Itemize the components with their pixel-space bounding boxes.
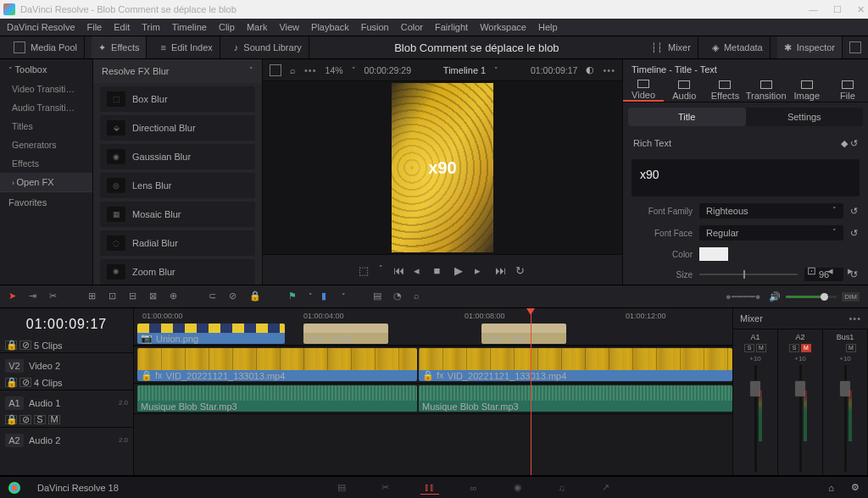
track-a1[interactable]: Musique Blob Star.mp3 Musique Blob Star.… <box>134 383 732 413</box>
track-a2[interactable] <box>134 413 732 444</box>
clip-text90[interactable]: Text - x90 <box>481 324 566 344</box>
inspector-tab-video[interactable]: Video <box>623 80 664 102</box>
page-media[interactable]: ▤ <box>332 481 351 495</box>
track-v2[interactable]: 🔒 fxVID_20221121_133013.mp4 🔒 fxVID_2022… <box>134 346 732 383</box>
window-close[interactable]: ✕ <box>857 4 865 15</box>
menu-playback[interactable]: Playback <box>311 22 349 32</box>
fx-radial-blur[interactable]: ◌Radial Blur <box>100 230 255 256</box>
zoom-level[interactable]: 14% <box>326 65 343 75</box>
timeline-viewer[interactable]: x90 <box>263 81 622 254</box>
viewer-options[interactable]: ••• <box>304 65 317 75</box>
fx-gaussian-blur[interactable]: ◉Gaussian Blur <box>100 144 255 169</box>
append-clip-icon[interactable]: ⊕ <box>170 290 181 302</box>
toolbox-titles[interactable]: Titles <box>0 117 92 136</box>
home-icon[interactable]: ⌂ <box>828 483 834 493</box>
track-solo-button[interactable]: S <box>34 415 46 424</box>
fx-box-blur[interactable]: ⬚Box Blur <box>100 86 255 112</box>
toolbox-openfx[interactable]: › Open FX <box>0 173 92 191</box>
menu-clip[interactable]: Clip <box>219 22 235 32</box>
page-deliver[interactable]: ↗ <box>597 481 615 495</box>
track-mute-button[interactable]: M <box>48 415 60 424</box>
clip-vid-1[interactable]: 🔒 fxVID_20221121_133013.mp4 <box>137 348 417 381</box>
size-slider[interactable] <box>699 274 798 275</box>
font-family-select[interactable]: Righteous˅ <box>699 203 843 219</box>
clip-vid-2[interactable]: 🔒 fxVID_20221121_133013.mp4 <box>419 348 732 381</box>
toolbox-video-trans[interactable]: Video Transiti… <box>0 80 92 98</box>
overwrite-clip-icon[interactable]: ⊡ <box>108 290 120 302</box>
selection-tool[interactable]: ➤ <box>8 290 20 302</box>
viewer-menu[interactable]: ••• <box>603 65 615 75</box>
solo-button[interactable]: S <box>744 344 754 352</box>
inspector-tab-effects[interactable]: Effects <box>704 80 745 102</box>
match-frame-button[interactable]: ⊡ <box>807 264 819 276</box>
font-face-select[interactable]: Regular˅ <box>699 225 843 241</box>
track-lock-icon[interactable]: 🔒 <box>5 340 17 350</box>
inspector-toggle[interactable]: ✱Inspector <box>777 36 843 58</box>
fader-a1[interactable] <box>747 365 764 472</box>
inspector-tab-image[interactable]: Image <box>787 80 827 102</box>
mute-button[interactable]: M <box>846 344 856 352</box>
clip-text900[interactable]: Text - x900 <box>303 324 388 344</box>
clip-music-1[interactable]: Musique Blob Star.mp3 <box>137 385 417 412</box>
track-tag-v2[interactable]: V2 <box>5 359 24 373</box>
volume-slider[interactable] <box>786 296 837 298</box>
track-header-v2[interactable]: V2 Video 2 <box>0 352 133 378</box>
fx-category-blur[interactable]: Resolve FX Blur˄ <box>93 59 262 83</box>
search-icon[interactable]: ⌕ <box>414 290 426 302</box>
track-lock-icon[interactable]: 🔒 <box>5 378 17 387</box>
menu-edit[interactable]: Edit <box>114 22 130 32</box>
marker-button[interactable]: ▮ <box>321 290 333 302</box>
insert-clip-icon[interactable]: ⊞ <box>88 290 100 302</box>
fx-lens-blur[interactable]: ◎Lens Blur <box>100 173 255 198</box>
metadata-toggle[interactable]: ◈Metadata <box>705 36 771 58</box>
menu-fusion[interactable]: Fusion <box>361 22 389 32</box>
prev-edit-button[interactable]: ◂ <box>827 264 839 276</box>
trim-tool[interactable]: ⇥ <box>29 290 41 302</box>
track-tag-a1[interactable]: A1 <box>5 396 24 410</box>
timeline-view-icon[interactable]: ▤ <box>373 290 385 302</box>
favorites-header[interactable]: Favorites <box>0 191 92 213</box>
crop-icon[interactable]: ⬚ <box>359 264 370 276</box>
prev-frame-button[interactable]: ◂ <box>414 264 426 276</box>
last-frame-button[interactable]: ⏭ <box>495 264 507 276</box>
mixer-toggle[interactable]: ┆┆Mixer <box>644 36 698 58</box>
bypass-icon[interactable]: ◐ <box>586 64 594 75</box>
page-fusion[interactable]: ∞ <box>465 481 483 495</box>
richtext-header[interactable]: Rich Text◆ ↺ <box>623 131 868 156</box>
menu-trim[interactable]: Trim <box>142 22 160 32</box>
keyframe-icon[interactable]: ◆ <box>841 138 848 148</box>
viewer-layout-icon[interactable] <box>270 64 281 76</box>
clip-union[interactable]: 📷Union.png <box>137 324 285 344</box>
menu-timeline[interactable]: Timeline <box>172 22 207 32</box>
timeline-ruler[interactable]: 01:00:00:00 01:00:04:00 01:00:08:00 01:0… <box>134 308 732 346</box>
inspector-tab-audio[interactable]: Audio <box>664 80 704 102</box>
toolbox-header[interactable]: ˅ Toolbox <box>0 59 92 80</box>
subtab-settings[interactable]: Settings <box>746 108 864 126</box>
page-cut[interactable]: ✂ <box>376 481 395 495</box>
window-minimize[interactable]: — <box>809 4 818 15</box>
page-fairlight[interactable]: ♫ <box>553 481 571 495</box>
zoom-slider-icon[interactable]: ◔ <box>393 290 405 302</box>
subtab-title[interactable]: Title <box>628 108 746 126</box>
track-link-icon[interactable]: ⊘ <box>19 378 31 387</box>
next-edit-button[interactable]: ▸ <box>848 264 860 276</box>
track-header-a1[interactable]: A1 Audio 1 2.0 <box>0 390 133 415</box>
track-link-icon[interactable]: ⊘ <box>19 340 31 350</box>
speaker-icon[interactable]: 🔊 <box>769 291 781 302</box>
playhead-timecode[interactable]: 01:00:09:17 <box>0 308 133 340</box>
playhead[interactable] <box>531 308 531 475</box>
color-swatch[interactable] <box>699 247 728 261</box>
window-maximize[interactable]: ☐ <box>833 4 842 15</box>
media-pool-toggle[interactable]: Media Pool <box>7 36 85 58</box>
title-text-input[interactable]: x90 <box>632 159 860 196</box>
toolbox-effects[interactable]: Effects <box>0 154 92 173</box>
layout-icon[interactable] <box>849 42 861 53</box>
next-frame-button[interactable]: ▸ <box>475 264 487 276</box>
fx-directional-blur[interactable]: ⬙Directional Blur <box>100 115 255 141</box>
replace-clip-icon[interactable]: ⊟ <box>129 290 141 302</box>
toolbox-generators[interactable]: Generators <box>0 136 92 154</box>
blade-tool[interactable]: ✂ <box>49 290 61 302</box>
snap-toggle[interactable]: ⊂ <box>209 290 220 302</box>
menu-fairlight[interactable]: Fairlight <box>435 22 468 32</box>
settings-icon[interactable]: ⚙ <box>851 482 860 493</box>
